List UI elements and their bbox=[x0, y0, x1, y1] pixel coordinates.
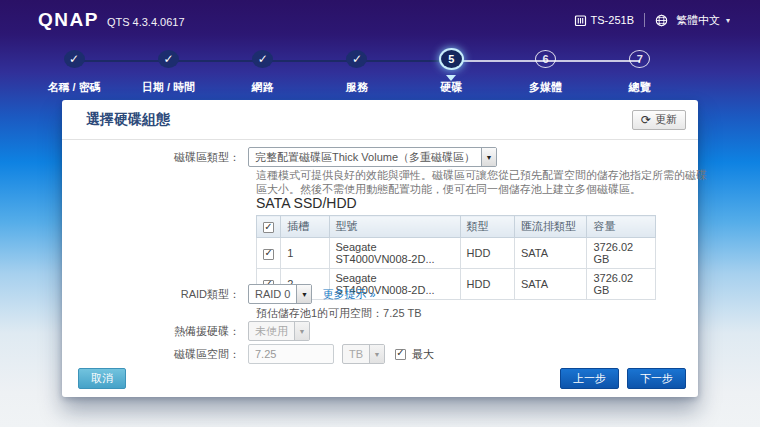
qts-version: QTS 4.3.4.0617 bbox=[107, 16, 185, 28]
next-button[interactable]: 下一步 bbox=[627, 368, 686, 389]
topbar: QNAP QTS 4.3.4.0617 TS-251B 繁體中文 ▾ bbox=[0, 0, 760, 40]
language-label: 繁體中文 bbox=[676, 13, 720, 28]
hot-spare-label: 熱備援硬碟： bbox=[62, 324, 248, 339]
step-date-time[interactable]: 日期 / 時間 bbox=[121, 50, 215, 95]
table-row[interactable]: 1 Seagate ST4000VN008-2D... HDD SATA 372… bbox=[257, 238, 656, 269]
disk-config-panel: 選擇硬碟組態 ⟳ 更新 磁碟區類型： 完整配置磁碟區Thick Volume（多… bbox=[62, 100, 698, 397]
topbar-divider bbox=[644, 13, 645, 27]
device-name: TS-251B bbox=[574, 14, 634, 27]
max-label: 最大 bbox=[412, 347, 434, 362]
dropdown-arrow-icon: ▼ bbox=[294, 322, 309, 340]
current-step-pointer-icon bbox=[446, 75, 456, 81]
check-icon bbox=[252, 50, 273, 68]
step-services[interactable]: 服務 bbox=[310, 50, 404, 95]
panel-header: 選擇硬碟組態 ⟳ 更新 bbox=[62, 100, 698, 140]
cancel-button[interactable]: 取消 bbox=[78, 368, 126, 389]
step-disk-current[interactable]: 5 硬碟 bbox=[404, 50, 498, 95]
page-title: 選擇硬碟組態 bbox=[86, 111, 170, 129]
more-hints-link[interactable]: 更多提示 » bbox=[322, 287, 375, 302]
step-summary[interactable]: 7 總覽 bbox=[593, 50, 687, 95]
nas-device-icon bbox=[574, 14, 587, 27]
hot-spare-select[interactable]: 未使用 ▼ bbox=[248, 321, 310, 341]
step-number-badge: 5 bbox=[441, 50, 462, 68]
hot-spare-row: 熱備援硬碟： 未使用 ▼ bbox=[62, 321, 310, 341]
dropdown-arrow-icon: ▼ bbox=[481, 148, 496, 166]
column-header-type: 類型 bbox=[460, 216, 514, 238]
raid-type-select[interactable]: RAID 0 ▼ bbox=[248, 284, 312, 304]
volume-type-row: 磁碟區類型： 完整配置磁碟區Thick Volume（多重磁碟區） ▼ bbox=[62, 147, 497, 167]
volume-space-row: 磁碟區空間： TB ▼ 最大 bbox=[62, 344, 434, 364]
column-header-slot: 插槽 bbox=[281, 216, 329, 238]
column-header-capacity: 容量 bbox=[587, 216, 656, 238]
table-header-row: 插槽 型號 類型 匯流排類型 容量 bbox=[257, 216, 656, 238]
volume-space-label: 磁碟區空間： bbox=[62, 347, 248, 362]
device-model-label: TS-251B bbox=[591, 14, 634, 26]
select-all-checkbox[interactable] bbox=[263, 222, 274, 233]
raid-type-label: RAID類型： bbox=[62, 287, 248, 302]
brand: QNAP QTS 4.3.4.0617 bbox=[38, 9, 185, 31]
chevron-down-icon: ▾ bbox=[726, 16, 730, 25]
disk-row-checkbox[interactable] bbox=[263, 249, 274, 260]
column-header-bus: 匯流排類型 bbox=[514, 216, 587, 238]
step-multimedia[interactable]: 6 多媒體 bbox=[498, 50, 592, 95]
sata-section-title: SATA SSD/HDD bbox=[256, 195, 357, 211]
volume-type-select[interactable]: 完整配置磁碟區Thick Volume（多重磁碟區） ▼ bbox=[248, 147, 497, 167]
dropdown-arrow-icon: ▼ bbox=[296, 285, 311, 303]
check-icon bbox=[346, 50, 367, 68]
wizard-stepper: 名稱 / 密碼 日期 / 時間 網路 服務 5 硬碟 6 多媒體 7 總覽 bbox=[27, 50, 687, 95]
step-number-badge: 6 bbox=[535, 50, 556, 68]
step-number-badge: 7 bbox=[629, 50, 650, 68]
volume-space-input[interactable] bbox=[248, 344, 334, 364]
globe-icon bbox=[655, 14, 668, 27]
check-icon bbox=[158, 50, 179, 68]
step-name-password[interactable]: 名稱 / 密碼 bbox=[27, 50, 121, 95]
volume-type-label: 磁碟區類型： bbox=[62, 150, 248, 165]
column-header-model: 型號 bbox=[329, 216, 460, 238]
max-checkbox[interactable] bbox=[395, 349, 406, 360]
space-unit-select[interactable]: TB ▼ bbox=[342, 344, 385, 364]
volume-type-description: 這種模式可提供良好的效能與彈性。磁碟區可讓您從已預先配置空間的儲存池指定所需的磁… bbox=[256, 168, 708, 196]
language-selector[interactable]: 繁體中文 ▾ bbox=[655, 13, 730, 28]
back-button[interactable]: 上一步 bbox=[560, 368, 619, 389]
check-icon bbox=[64, 50, 85, 68]
qnap-logo: QNAP bbox=[38, 9, 99, 31]
refresh-icon: ⟳ bbox=[641, 114, 651, 126]
refresh-button[interactable]: ⟳ 更新 bbox=[632, 110, 686, 130]
pool-estimate-text: 預估儲存池1的可用空間：7.25 TB bbox=[256, 306, 422, 321]
dropdown-arrow-icon: ▼ bbox=[369, 345, 384, 363]
panel-content: 磁碟區類型： 完整配置磁碟區Thick Volume（多重磁碟區） ▼ 這種模式… bbox=[62, 140, 698, 397]
step-network[interactable]: 網路 bbox=[216, 50, 310, 95]
raid-type-row: RAID類型： RAID 0 ▼ 更多提示 » bbox=[62, 284, 376, 304]
